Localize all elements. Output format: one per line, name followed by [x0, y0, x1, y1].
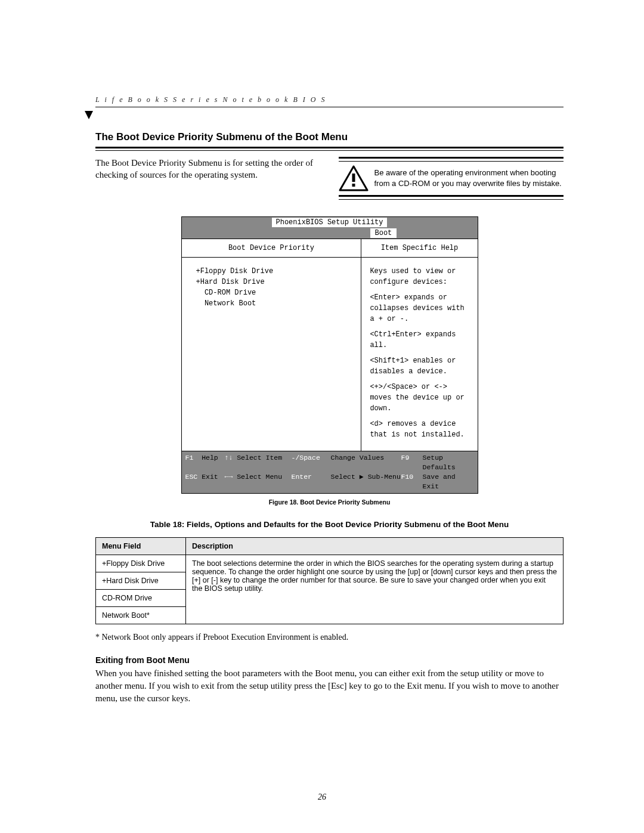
options-table: Menu Field Description +Floppy Disk Driv…	[95, 537, 564, 624]
table-row: +Floppy Disk Drive	[96, 555, 186, 572]
bios-footer: F1 Help ↑↓ Select Item -/Space Change Va…	[182, 451, 478, 493]
running-header: L i f e B o o k S S e r i e s N o t e b …	[95, 95, 564, 107]
page-tab-marker	[85, 111, 93, 119]
bios-screenshot: PhoenixBIOS Setup Utility Boot Boot Devi…	[181, 216, 478, 494]
page: L i f e B o o k S S e r i e s N o t e b …	[0, 0, 644, 833]
exiting-title: Exiting from Boot Menu	[95, 655, 564, 665]
table-description-cell: The boot selections determine the order …	[186, 555, 564, 624]
svg-rect-2	[352, 184, 355, 187]
intro-columns: The Boot Device Priority Submenu is for …	[95, 157, 564, 200]
warning-column: Be aware of the operating environment wh…	[339, 157, 564, 200]
exiting-text: When you have finished setting the boot …	[95, 667, 564, 705]
warning-box: Be aware of the operating environment wh…	[339, 157, 564, 200]
table-row: +Hard Disk Drive	[96, 572, 186, 590]
th-menu-field: Menu Field	[96, 538, 186, 555]
bios-tab-boot: Boot	[370, 228, 397, 238]
table-footnote: * Network Boot only appears if Preboot E…	[95, 633, 564, 642]
figure-caption: Figure 18. Boot Device Priority Submenu	[95, 498, 564, 506]
table-row: Network Boot*	[96, 607, 186, 624]
warning-text: Be aware of the operating environment wh…	[374, 168, 564, 188]
intro-text: The Boot Device Priority Submenu is for …	[95, 157, 321, 181]
bios-title-bar: PhoenixBIOS Setup Utility	[182, 217, 478, 228]
section-rule	[95, 147, 564, 151]
svg-rect-1	[352, 174, 355, 182]
bios-menu-bar: Boot	[182, 228, 478, 239]
bios-help-body: Keys used to view or configure devices: …	[361, 258, 477, 451]
bios-device-list: +Floppy Disk Drive +Hard Disk Drive CD-R…	[182, 258, 361, 315]
page-number: 26	[0, 792, 644, 802]
bios-help-title: Item Specific Help	[361, 239, 477, 258]
th-description: Description	[186, 538, 564, 555]
bios-left-title: Boot Device Priority	[182, 239, 361, 258]
table-row: CD-ROM Drive	[96, 590, 186, 607]
table-caption: Table 18: Fields, Options and Defaults f…	[95, 520, 564, 529]
warning-icon	[339, 165, 369, 191]
section-title: The Boot Device Priority Submenu of the …	[95, 131, 564, 143]
